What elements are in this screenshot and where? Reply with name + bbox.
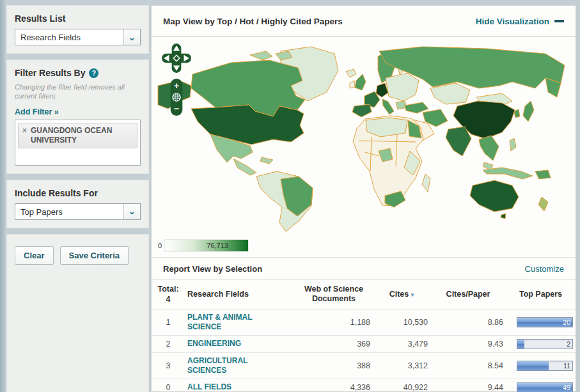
collapse-icon <box>554 20 564 22</box>
help-icon[interactable]: ? <box>89 68 98 78</box>
include-results-label: Include Results For <box>15 188 141 198</box>
cites-cell: 40,922 <box>373 379 430 392</box>
region-caribbean[interactable] <box>260 157 273 164</box>
country-turkey[interactable] <box>405 102 428 113</box>
zoom-in-button[interactable]: + <box>174 81 179 91</box>
research-field-link[interactable]: AGRICULTURAL SCIENCES <box>187 356 277 375</box>
main-panel: Map View by Top / Hot / Highly Cited Pap… <box>151 5 576 392</box>
hide-visualization-label: Hide Visualization <box>476 17 549 26</box>
table-row: 2 ENGINEERING 369 3,479 9.43 2 <box>152 335 576 352</box>
remove-filter-icon[interactable]: × <box>22 126 27 135</box>
table-row: 1 PLANT & ANIMAL SCIENCE 1,188 10,530 8.… <box>152 309 576 335</box>
top-papers-bar: 11 <box>517 361 573 371</box>
country-japan[interactable] <box>523 101 534 122</box>
country-australia[interactable] <box>470 180 519 212</box>
region-tasmania[interactable] <box>501 214 506 219</box>
country-spain[interactable] <box>352 104 372 117</box>
clear-button[interactable]: Clear <box>15 246 54 265</box>
legend-min-value: 0 <box>158 242 162 249</box>
world-map[interactable]: + − 0 76,713 <box>152 37 576 258</box>
country-korea[interactable] <box>514 109 520 118</box>
filter-title: Filter Results By <box>15 68 85 78</box>
column-header-cites-sorted[interactable]: Cites ▾ <box>373 280 430 309</box>
hide-visualization-link[interactable]: Hide Visualization <box>476 17 564 26</box>
include-results-select[interactable]: Top Papers ⌄ <box>15 203 141 220</box>
save-criteria-button[interactable]: Save Criteria <box>60 246 129 265</box>
map-navigation-controls: + − <box>161 43 191 116</box>
filter-card: Filter Results By ? Changing the filter … <box>6 59 149 174</box>
table-header-row: Total: 4 Research Fields Web of Science … <box>152 280 576 309</box>
region-eastern-europe[interactable] <box>386 73 419 101</box>
top-papers-bar: 2 <box>517 339 573 349</box>
choropleth-map-svg[interactable] <box>154 40 574 239</box>
column-header-top-papers[interactable]: Top Papers <box>506 280 576 309</box>
chevron-down-icon: ⌄ <box>123 29 140 45</box>
country-india[interactable] <box>446 127 471 156</box>
report-title: Report View by Selection <box>163 264 262 274</box>
column-header-wos-documents[interactable]: Web of Science Documents <box>295 280 373 309</box>
results-list-label: Results List <box>15 13 141 24</box>
chevron-down-icon: ⌄ <box>123 204 140 219</box>
map-section-header: Map View by Top / Hot / Highly Cited Pap… <box>152 6 576 37</box>
total-header: Total: 4 <box>152 280 185 309</box>
results-list-selected-value: Research Fields <box>15 29 123 45</box>
country-ireland[interactable] <box>350 81 355 88</box>
top-papers-value: 11 <box>563 362 570 370</box>
rank-cell: 3 <box>152 352 185 379</box>
include-results-card: Include Results For Top Papers ⌄ <box>6 180 149 228</box>
bar-fill <box>517 340 524 349</box>
sidebar: Results List Research Fields ⌄ Filter Re… <box>6 5 149 392</box>
research-field-link[interactable]: ENGINEERING <box>187 339 241 349</box>
country-madagascar[interactable] <box>422 174 430 192</box>
region-southeast-asia[interactable] <box>479 136 499 161</box>
column-header-research-fields[interactable]: Research Fields <box>185 280 295 309</box>
top-papers-value: 20 <box>563 318 570 326</box>
bar-fill <box>517 361 549 370</box>
zoom-out-button[interactable]: − <box>174 104 179 114</box>
country-philippines[interactable] <box>510 138 516 151</box>
actions-card: Clear Save Criteria <box>6 234 149 392</box>
docs-cell: 4,336 <box>295 379 373 392</box>
legend-gradient-bar: 76,713 <box>164 239 249 252</box>
cites-per-paper-cell: 9.43 <box>430 335 506 352</box>
top-papers-value: 2 <box>567 340 570 348</box>
research-field-link[interactable]: PLANT & ANIMAL SCIENCE <box>187 313 277 332</box>
country-arctic-island[interactable] <box>250 51 272 60</box>
legend-max-value: 76,713 <box>207 242 228 249</box>
table-row: 0 ALL FIELDS 4,336 40,922 9.44 49 <box>152 379 576 392</box>
filter-note: Changing the filter field removes all cu… <box>15 82 141 101</box>
docs-cell: 369 <box>295 335 373 352</box>
cites-per-paper-cell: 9.44 <box>430 379 506 392</box>
filter-chip-label: GUANGDONG OCEAN UNIVERSITY <box>31 126 133 145</box>
country-usa[interactable] <box>191 105 304 145</box>
country-uk[interactable] <box>355 74 366 90</box>
page-left-edge <box>0 0 5 392</box>
top-papers-bar: 49 <box>517 382 573 392</box>
country-new-zealand[interactable] <box>538 197 548 211</box>
research-field-link[interactable]: ALL FIELDS <box>187 382 231 392</box>
customize-link[interactable]: Customize <box>525 264 564 274</box>
sort-descending-icon: ▾ <box>411 292 414 298</box>
pan-control[interactable] <box>162 43 191 73</box>
add-filter-link[interactable]: Add Filter » <box>15 107 59 116</box>
cites-per-paper-cell: 8.86 <box>430 309 506 335</box>
country-indonesia[interactable] <box>483 168 533 179</box>
region-central-america[interactable] <box>233 159 256 175</box>
map-legend: 0 76,713 <box>158 239 249 252</box>
region-papua[interactable] <box>535 170 551 179</box>
report-table: Total: 4 Research Fields Web of Science … <box>152 280 576 392</box>
active-filters-box: × GUANGDONG OCEAN UNIVERSITY <box>15 120 141 166</box>
column-header-cites-per-paper[interactable]: Cites/Paper <box>430 280 506 309</box>
table-row: 3 AGRICULTURAL SCIENCES 388 3,312 8.54 1… <box>152 352 576 379</box>
filter-chip: × GUANGDONG OCEAN UNIVERSITY <box>18 123 137 148</box>
zoom-control[interactable]: + − <box>169 78 184 116</box>
country-germany[interactable] <box>376 83 388 97</box>
country-iceland[interactable] <box>346 69 356 77</box>
cites-per-paper-cell: 8.54 <box>430 352 506 379</box>
country-italy[interactable] <box>382 99 394 114</box>
top-papers-bar: 20 <box>517 317 573 327</box>
map-title: Map View by Top / Hot / Highly Cited Pap… <box>163 17 343 26</box>
results-list-select[interactable]: Research Fields ⌄ <box>15 29 141 45</box>
cites-cell: 3,312 <box>373 352 430 379</box>
rank-cell: 1 <box>152 309 185 335</box>
